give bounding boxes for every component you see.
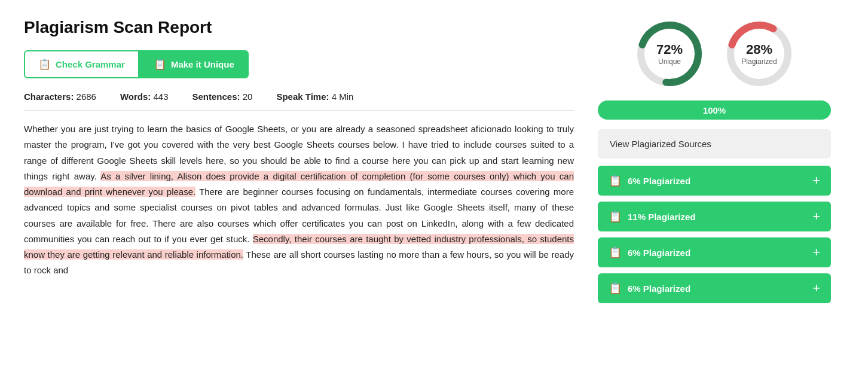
unique-donut: 72% Unique: [634, 18, 705, 90]
words-value: 443: [153, 92, 168, 102]
right-panel: 72% Unique 28% Plagiarized 100% View Pla: [598, 18, 831, 309]
source-doc-icon: 📋: [609, 174, 622, 187]
source-expand-icon[interactable]: +: [812, 210, 820, 223]
unique-icon: 📋: [154, 58, 166, 71]
source-label: 6% Plagiarized: [628, 248, 690, 258]
sentences-value: 20: [243, 92, 253, 102]
view-plagiarized-sources-button[interactable]: View Plagiarized Sources: [598, 129, 831, 158]
text-content: Whether you are just trying to learn the…: [24, 121, 574, 279]
source-expand-icon[interactable]: +: [812, 282, 820, 295]
source-label: 11% Plagiarized: [628, 212, 695, 222]
check-grammar-button[interactable]: 📋 Check Grammar: [24, 50, 139, 78]
source-item-left: 📋 11% Plagiarized: [609, 210, 695, 223]
source-item-2[interactable]: 📋 11% Plagiarized +: [598, 202, 831, 231]
source-item-left: 📋 6% Plagiarized: [609, 246, 690, 259]
characters-value: 2686: [77, 92, 96, 102]
source-label: 6% Plagiarized: [628, 176, 690, 186]
donut-row: 72% Unique 28% Plagiarized: [598, 18, 831, 90]
characters-label: Characters:: [24, 92, 74, 102]
stat-words: Words: 443: [120, 92, 169, 102]
source-label: 6% Plagiarized: [628, 284, 690, 294]
unique-label: Make it Unique: [171, 59, 234, 69]
unique-donut-svg: [634, 18, 705, 90]
source-expand-icon[interactable]: +: [812, 174, 820, 187]
stat-speak-time: Speak Time: 4 Min: [276, 92, 353, 102]
grammar-icon: 📋: [38, 58, 51, 71]
progress-label: 100%: [703, 105, 726, 115]
speak-value: 4 Min: [332, 92, 354, 102]
button-row: 📋 Check Grammar 📋 Make it Unique: [24, 50, 574, 78]
left-panel: Plagiarism Scan Report 📋 Check Grammar 📋…: [24, 18, 574, 309]
sources-list: 📋 6% Plagiarized + 📋 11% Plagiarized + 📋…: [598, 166, 831, 303]
source-item-4[interactable]: 📋 6% Plagiarized +: [598, 273, 831, 303]
source-item-left: 📋 6% Plagiarized: [609, 282, 690, 295]
sentences-label: Sentences:: [192, 92, 240, 102]
source-doc-icon: 📋: [609, 246, 622, 259]
words-label: Words:: [120, 92, 151, 102]
plagiarized-donut-svg: [723, 18, 795, 90]
source-doc-icon: 📋: [609, 282, 622, 295]
stat-sentences: Sentences: 20: [192, 92, 253, 102]
grammar-label: Check Grammar: [56, 59, 125, 69]
progress-bar: 100%: [598, 100, 831, 120]
source-item-1[interactable]: 📋 6% Plagiarized +: [598, 166, 831, 196]
source-item-3[interactable]: 📋 6% Plagiarized +: [598, 237, 831, 267]
page-title: Plagiarism Scan Report: [24, 18, 574, 37]
stat-characters: Characters: 2686 2686: [24, 92, 96, 102]
source-doc-icon: 📋: [609, 210, 622, 223]
source-expand-icon[interactable]: +: [812, 246, 820, 259]
view-sources-label: View Plagiarized Sources: [610, 139, 711, 149]
stats-row: Characters: 2686 2686 Words: 443 Sentenc…: [24, 92, 574, 111]
plagiarized-donut: 28% Plagiarized: [723, 18, 795, 90]
source-item-left: 📋 6% Plagiarized: [609, 174, 690, 187]
speak-label: Speak Time:: [276, 92, 329, 102]
make-unique-button[interactable]: 📋 Make it Unique: [139, 50, 249, 78]
